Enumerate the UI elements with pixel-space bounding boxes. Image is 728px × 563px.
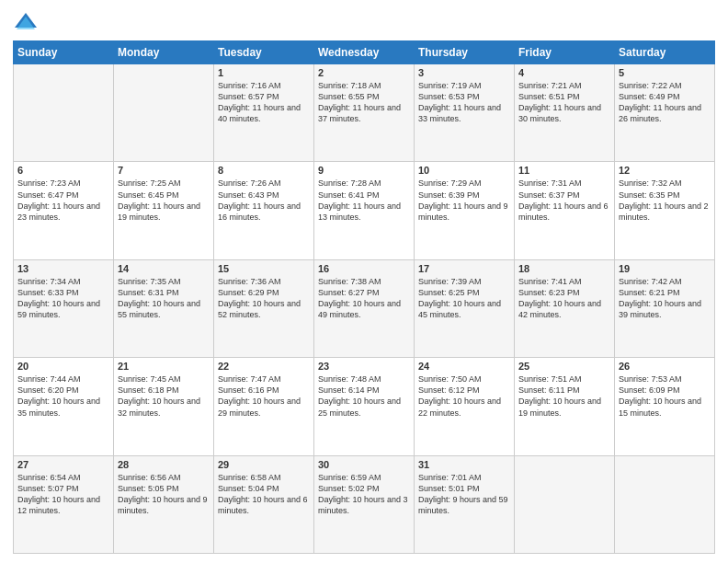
page: SundayMondayTuesdayWednesdayThursdayFrid… [0, 0, 728, 563]
calendar-cell: 30Sunrise: 6:59 AM Sunset: 5:02 PM Dayli… [314, 455, 415, 553]
day-info: Sunrise: 7:34 AM Sunset: 6:33 PM Dayligh… [17, 276, 109, 321]
day-header-thursday: Thursday [415, 41, 515, 64]
calendar-cell [615, 455, 715, 553]
calendar-cell: 29Sunrise: 6:58 AM Sunset: 5:04 PM Dayli… [214, 455, 314, 553]
day-number: 4 [518, 67, 610, 78]
day-header-sunday: Sunday [14, 41, 114, 64]
day-number: 21 [118, 361, 210, 372]
calendar-cell: 13Sunrise: 7:34 AM Sunset: 6:33 PM Dayli… [14, 259, 114, 357]
calendar-table: SundayMondayTuesdayWednesdayThursdayFrid… [13, 40, 715, 554]
day-info: Sunrise: 7:36 AM Sunset: 6:29 PM Dayligh… [218, 276, 310, 321]
day-info: Sunrise: 6:54 AM Sunset: 5:07 PM Dayligh… [17, 472, 109, 517]
day-info: Sunrise: 6:58 AM Sunset: 5:04 PM Dayligh… [218, 472, 310, 517]
day-number: 8 [218, 165, 310, 176]
day-number: 12 [619, 165, 711, 176]
day-info: Sunrise: 7:18 AM Sunset: 6:55 PM Dayligh… [318, 80, 410, 125]
calendar-cell: 15Sunrise: 7:36 AM Sunset: 6:29 PM Dayli… [214, 259, 314, 357]
calendar-cell [515, 455, 615, 553]
day-info: Sunrise: 7:31 AM Sunset: 6:37 PM Dayligh… [518, 178, 610, 223]
calendar-cell: 2Sunrise: 7:18 AM Sunset: 6:55 PM Daylig… [314, 64, 415, 162]
day-info: Sunrise: 7:25 AM Sunset: 6:45 PM Dayligh… [118, 178, 210, 223]
calendar-cell: 5Sunrise: 7:22 AM Sunset: 6:49 PM Daylig… [615, 64, 715, 162]
day-header-saturday: Saturday [615, 41, 715, 64]
calendar-week-2: 6Sunrise: 7:23 AM Sunset: 6:47 PM Daylig… [14, 162, 715, 259]
day-info: Sunrise: 7:28 AM Sunset: 6:41 PM Dayligh… [318, 178, 410, 223]
day-number: 9 [318, 165, 410, 176]
calendar-week-5: 27Sunrise: 6:54 AM Sunset: 5:07 PM Dayli… [14, 455, 715, 553]
calendar-cell: 7Sunrise: 7:25 AM Sunset: 6:45 PM Daylig… [114, 162, 214, 259]
day-number: 10 [418, 165, 510, 176]
calendar-header-row: SundayMondayTuesdayWednesdayThursdayFrid… [14, 41, 715, 64]
day-info: Sunrise: 7:44 AM Sunset: 6:20 PM Dayligh… [17, 373, 109, 419]
calendar-cell: 23Sunrise: 7:48 AM Sunset: 6:14 PM Dayli… [314, 358, 415, 455]
day-info: Sunrise: 7:51 AM Sunset: 6:11 PM Dayligh… [518, 373, 610, 419]
day-info: Sunrise: 7:42 AM Sunset: 6:21 PM Dayligh… [619, 276, 711, 321]
day-number: 14 [118, 263, 210, 274]
day-number: 16 [318, 263, 410, 274]
calendar-cell: 26Sunrise: 7:53 AM Sunset: 6:09 PM Dayli… [615, 358, 715, 455]
calendar-cell: 4Sunrise: 7:21 AM Sunset: 6:51 PM Daylig… [515, 64, 615, 162]
day-info: Sunrise: 7:29 AM Sunset: 6:39 PM Dayligh… [418, 178, 510, 223]
day-number: 29 [218, 459, 310, 470]
day-header-friday: Friday [515, 41, 615, 64]
day-number: 27 [17, 459, 109, 470]
day-number: 19 [619, 263, 711, 274]
day-number: 1 [218, 67, 310, 78]
calendar-cell: 11Sunrise: 7:31 AM Sunset: 6:37 PM Dayli… [515, 162, 615, 259]
calendar-cell: 16Sunrise: 7:38 AM Sunset: 6:27 PM Dayli… [314, 259, 415, 357]
calendar-cell: 14Sunrise: 7:35 AM Sunset: 6:31 PM Dayli… [114, 259, 214, 357]
day-number: 18 [518, 263, 610, 274]
day-info: Sunrise: 6:56 AM Sunset: 5:05 PM Dayligh… [118, 472, 210, 517]
calendar-cell: 10Sunrise: 7:29 AM Sunset: 6:39 PM Dayli… [415, 162, 515, 259]
day-number: 15 [218, 263, 310, 274]
logo-icon [13, 9, 39, 35]
day-number: 22 [218, 361, 310, 372]
calendar-cell: 8Sunrise: 7:26 AM Sunset: 6:43 PM Daylig… [214, 162, 314, 259]
day-number: 2 [318, 67, 410, 78]
day-info: Sunrise: 7:48 AM Sunset: 6:14 PM Dayligh… [318, 373, 410, 419]
logo [13, 9, 42, 35]
calendar-cell [114, 64, 214, 162]
day-number: 28 [118, 459, 210, 470]
calendar-cell: 20Sunrise: 7:44 AM Sunset: 6:20 PM Dayli… [14, 358, 114, 455]
day-info: Sunrise: 7:47 AM Sunset: 6:16 PM Dayligh… [218, 373, 310, 419]
day-info: Sunrise: 6:59 AM Sunset: 5:02 PM Dayligh… [318, 472, 410, 517]
day-header-tuesday: Tuesday [214, 41, 314, 64]
day-number: 3 [418, 67, 510, 78]
day-header-monday: Monday [114, 41, 214, 64]
calendar-week-3: 13Sunrise: 7:34 AM Sunset: 6:33 PM Dayli… [14, 259, 715, 357]
calendar-cell: 24Sunrise: 7:50 AM Sunset: 6:12 PM Dayli… [415, 358, 515, 455]
day-number: 26 [619, 361, 711, 372]
calendar-cell: 27Sunrise: 6:54 AM Sunset: 5:07 PM Dayli… [14, 455, 114, 553]
day-info: Sunrise: 7:22 AM Sunset: 6:49 PM Dayligh… [619, 80, 711, 125]
day-info: Sunrise: 7:53 AM Sunset: 6:09 PM Dayligh… [619, 373, 711, 419]
day-info: Sunrise: 7:41 AM Sunset: 6:23 PM Dayligh… [518, 276, 610, 321]
calendar-cell: 22Sunrise: 7:47 AM Sunset: 6:16 PM Dayli… [214, 358, 314, 455]
day-info: Sunrise: 7:35 AM Sunset: 6:31 PM Dayligh… [118, 276, 210, 321]
day-info: Sunrise: 7:50 AM Sunset: 6:12 PM Dayligh… [418, 373, 510, 419]
header [13, 9, 715, 35]
day-number: 25 [518, 361, 610, 372]
day-number: 31 [418, 459, 510, 470]
day-info: Sunrise: 7:39 AM Sunset: 6:25 PM Dayligh… [418, 276, 510, 321]
day-info: Sunrise: 7:21 AM Sunset: 6:51 PM Dayligh… [518, 80, 610, 125]
day-info: Sunrise: 7:26 AM Sunset: 6:43 PM Dayligh… [218, 178, 310, 223]
calendar-cell: 31Sunrise: 7:01 AM Sunset: 5:01 PM Dayli… [415, 455, 515, 553]
day-info: Sunrise: 7:19 AM Sunset: 6:53 PM Dayligh… [418, 80, 510, 125]
calendar-cell: 1Sunrise: 7:16 AM Sunset: 6:57 PM Daylig… [214, 64, 314, 162]
day-number: 11 [518, 165, 610, 176]
day-number: 17 [418, 263, 510, 274]
day-number: 30 [318, 459, 410, 470]
calendar-cell: 12Sunrise: 7:32 AM Sunset: 6:35 PM Dayli… [615, 162, 715, 259]
day-number: 23 [318, 361, 410, 372]
calendar-cell: 19Sunrise: 7:42 AM Sunset: 6:21 PM Dayli… [615, 259, 715, 357]
day-info: Sunrise: 7:01 AM Sunset: 5:01 PM Dayligh… [418, 472, 510, 517]
day-info: Sunrise: 7:16 AM Sunset: 6:57 PM Dayligh… [218, 80, 310, 125]
day-info: Sunrise: 7:32 AM Sunset: 6:35 PM Dayligh… [619, 178, 711, 223]
calendar-cell: 28Sunrise: 6:56 AM Sunset: 5:05 PM Dayli… [114, 455, 214, 553]
calendar-cell: 3Sunrise: 7:19 AM Sunset: 6:53 PM Daylig… [415, 64, 515, 162]
calendar-cell [14, 64, 114, 162]
calendar-cell: 21Sunrise: 7:45 AM Sunset: 6:18 PM Dayli… [114, 358, 214, 455]
calendar-week-1: 1Sunrise: 7:16 AM Sunset: 6:57 PM Daylig… [14, 64, 715, 162]
day-number: 13 [17, 263, 109, 274]
